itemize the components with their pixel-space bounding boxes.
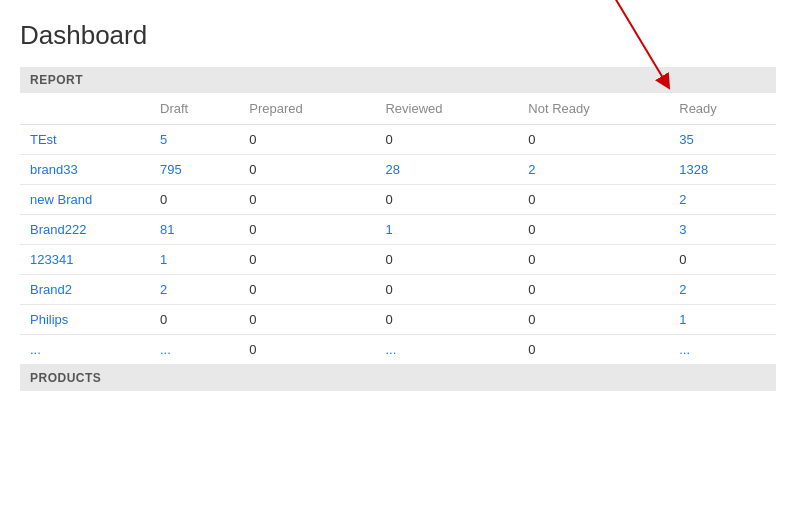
report-section-header: REPORT [20,67,776,93]
col-brand [20,93,150,125]
col-draft: Draft [150,93,239,125]
cell-value: 0 [375,185,518,215]
cell-value: 81 [150,215,239,245]
col-ready: Ready [669,93,776,125]
table-header-row: Draft Prepared Reviewed Not Ready Ready [20,93,776,125]
cell-value: 0 [375,125,518,155]
cell-value: 1 [375,215,518,245]
cell-value: ... [669,335,776,365]
brand-name[interactable]: brand33 [20,155,150,185]
cell-value: 0 [239,215,375,245]
page-title: Dashboard [20,20,776,51]
col-notready: Not Ready [518,93,669,125]
cell-value: 1328 [669,155,776,185]
cell-value: 0 [239,125,375,155]
cell-value: 0 [375,305,518,335]
table-row: TEst500035 [20,125,776,155]
cell-value: 0 [375,245,518,275]
cell-value: 0 [239,275,375,305]
cell-value: ... [150,335,239,365]
col-reviewed: Reviewed [375,93,518,125]
brand-name[interactable]: Brand2 [20,275,150,305]
cell-value: 3 [669,215,776,245]
cell-value: 0 [518,215,669,245]
brand-name[interactable]: Philips [20,305,150,335]
cell-value: 0 [239,305,375,335]
cell-value: 0 [375,275,518,305]
cell-value: 1 [669,305,776,335]
cell-value: 2 [669,185,776,215]
brand-name[interactable]: 123341 [20,245,150,275]
table-row: new Brand00002 [20,185,776,215]
cell-value: 0 [518,275,669,305]
brand-name[interactable]: new Brand [20,185,150,215]
cell-value: 0 [239,185,375,215]
col-prepared: Prepared [239,93,375,125]
cell-value: 35 [669,125,776,155]
cell-value: 5 [150,125,239,155]
cell-value: 0 [239,245,375,275]
table-row: Brand220002 [20,275,776,305]
report-table: Draft Prepared Reviewed Not Ready Ready … [20,93,776,365]
table-row: ......0...0... [20,335,776,365]
brand-name[interactable]: ... [20,335,150,365]
brand-name[interactable]: Brand222 [20,215,150,245]
cell-value: 0 [150,305,239,335]
cell-value: 0 [518,335,669,365]
cell-value: 2 [669,275,776,305]
cell-value: 28 [375,155,518,185]
cell-value: 0 [518,185,669,215]
cell-value: 0 [239,155,375,185]
cell-value: 0 [518,305,669,335]
table-row: 12334110000 [20,245,776,275]
table-row: Philips00001 [20,305,776,335]
cell-value: 0 [669,245,776,275]
cell-value: 0 [518,245,669,275]
cell-value: ... [375,335,518,365]
table-row: Brand222810103 [20,215,776,245]
cell-value: 0 [518,125,669,155]
cell-value: 0 [239,335,375,365]
brand-name[interactable]: TEst [20,125,150,155]
arrow-container: Draft Prepared Reviewed Not Ready Ready … [20,93,776,365]
cell-value: 0 [150,185,239,215]
cell-value: 2 [518,155,669,185]
products-section-header: PRODUCTS [20,365,776,391]
cell-value: 795 [150,155,239,185]
table-row: brand3379502821328 [20,155,776,185]
cell-value: 1 [150,245,239,275]
page-container: Dashboard REPORT Draft Prepared Reviewed… [0,0,796,391]
cell-value: 2 [150,275,239,305]
